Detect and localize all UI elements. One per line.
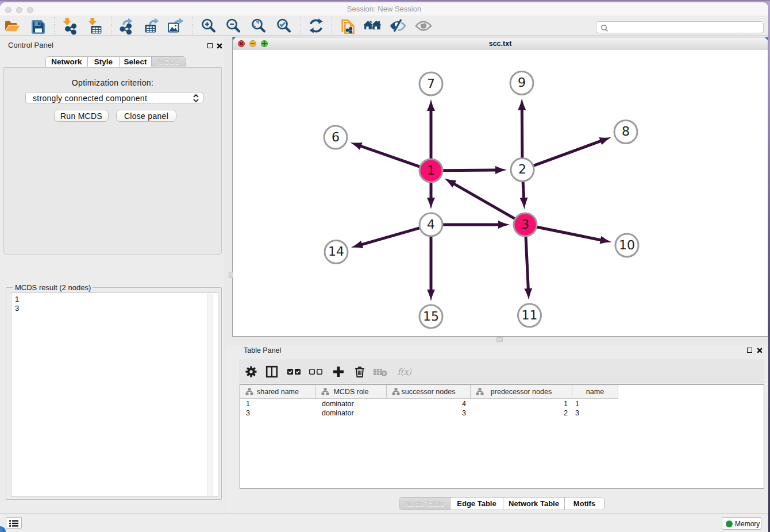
application-window: Session: New Session — [0, 2, 768, 532]
tab-node-table[interactable]: Node Table — [399, 498, 450, 510]
function-builder-icon[interactable]: f(x) — [396, 365, 411, 379]
window-title: Session: New Session — [0, 2, 768, 16]
graph-edge-2-8[interactable] — [533, 141, 602, 165]
first-neighbors-icon[interactable] — [364, 18, 381, 34]
graph-edge-1-6[interactable] — [360, 146, 420, 167]
table-cell[interactable]: 1 — [575, 399, 617, 408]
graph-edge-arrowhead — [524, 288, 532, 300]
graph-edge-arrowhead — [498, 221, 510, 229]
graph-edge-4-14[interactable] — [361, 228, 420, 245]
table-cell[interactable]: 3 — [388, 408, 466, 418]
graph-edge-3-1[interactable] — [453, 184, 515, 219]
unselect-all-columns-icon[interactable] — [309, 365, 324, 379]
delete-column-icon[interactable] — [352, 365, 367, 379]
window-resize-corner-tl[interactable] — [233, 37, 236, 40]
graph-node-label: 11 — [522, 309, 538, 323]
tab-motifs[interactable]: Motifs — [564, 498, 604, 510]
table-settings-icon[interactable] — [244, 365, 259, 379]
table-cell[interactable]: dominator — [322, 408, 386, 418]
graph-edge-1-2[interactable] — [442, 170, 496, 171]
network-canvas[interactable]: 7968124314101511 — [233, 50, 768, 336]
delete-table-icon[interactable] — [373, 365, 388, 379]
memory-button[interactable]: Memory — [722, 517, 761, 530]
import-network-icon[interactable] — [61, 18, 79, 34]
refresh-icon[interactable] — [307, 18, 325, 34]
table-cell[interactable]: 3 — [575, 408, 617, 418]
node-table[interactable]: shared nameMCDS rolesuccessor nodesprede… — [240, 384, 764, 489]
column-layout-icon[interactable] — [264, 365, 279, 379]
column-header-successor-nodes[interactable]: successor nodes — [387, 385, 471, 399]
toolbar-separator — [111, 17, 111, 34]
graph-node-label: 8 — [622, 125, 630, 139]
column-header-predecessor-nodes[interactable]: predecessor nodes — [471, 385, 572, 399]
column-header-MCDS-role[interactable]: MCDS role — [316, 385, 387, 399]
export-image-icon[interactable] — [167, 18, 184, 34]
column-header-shared-name[interactable]: shared name — [240, 385, 316, 399]
zoom-selected-icon[interactable] — [275, 18, 292, 34]
mcds-result-item[interactable]: 1 — [15, 295, 218, 304]
run-mcds-button[interactable]: Run MCDS — [54, 110, 109, 122]
save-session-icon[interactable] — [29, 18, 47, 34]
table-cell[interactable]: 1 — [472, 399, 568, 408]
control-panel-float-icon[interactable] — [207, 43, 213, 48]
mcds-result-scrollbar[interactable] — [207, 294, 213, 496]
graph-edge-2-3[interactable] — [523, 181, 524, 198]
tab-mcds[interactable]: MCDS — [151, 57, 186, 67]
criterion-dropdown[interactable]: strongly connected component — [25, 92, 203, 103]
tab-network[interactable]: Network — [46, 57, 87, 67]
table-cell[interactable]: 4 — [388, 399, 466, 408]
import-table-icon[interactable] — [86, 18, 103, 34]
open-session-icon[interactable] — [3, 18, 21, 34]
network-window-maximize-button[interactable] — [261, 40, 268, 47]
graph-node-label: 2 — [518, 163, 526, 177]
status-bar: Memory — [0, 513, 768, 532]
network-window-close-button[interactable] — [238, 40, 245, 47]
mcds-result-list[interactable]: 13 — [11, 292, 218, 497]
table-cell[interactable]: 1 — [246, 399, 315, 408]
select-all-columns-icon[interactable] — [287, 365, 302, 379]
tab-edge-table[interactable]: Edge Table — [450, 498, 503, 510]
zoom-out-icon[interactable] — [225, 18, 242, 34]
tab-network-table[interactable]: Network Table — [503, 498, 564, 510]
network-window-minimize-button[interactable] — [249, 40, 256, 47]
zoom-fit-icon[interactable] — [250, 18, 267, 34]
graph-edge-arrowhead — [351, 241, 363, 248]
graph-node-label: 14 — [328, 245, 344, 259]
toolbar-separator — [332, 17, 332, 34]
graph-edge-3-11[interactable] — [526, 236, 528, 290]
export-network-icon[interactable] — [118, 18, 136, 34]
network-window-title: scc.txt — [233, 37, 768, 50]
table-panel-close-icon[interactable] — [757, 348, 763, 353]
graph-edge-arrowhead — [600, 236, 612, 244]
control-panel-close-icon[interactable] — [217, 43, 222, 49]
control-panel-tabs: Network Style Select MCDS — [45, 56, 186, 68]
splitter-handle-horizontal[interactable] — [496, 337, 503, 342]
mcds-result-item[interactable]: 3 — [15, 304, 218, 313]
show-all-icon[interactable] — [415, 18, 432, 34]
network-window-titlebar[interactable]: scc.txt — [233, 37, 768, 51]
table-panel-title: Table Panel — [244, 346, 281, 354]
show-results-panel-button[interactable] — [6, 517, 22, 529]
table-cell[interactable]: dominator — [322, 399, 386, 408]
window-resize-corner-tr[interactable] — [765, 37, 768, 40]
graph-edge-2-9[interactable] — [522, 109, 522, 159]
splitter-handle-vertical[interactable] — [229, 272, 233, 278]
column-header-name[interactable]: name — [572, 385, 618, 399]
table-cell[interactable]: 2 — [472, 408, 568, 418]
toolbar-separator — [301, 17, 301, 34]
tab-select[interactable]: Select — [119, 57, 151, 67]
search-input[interactable] — [596, 21, 764, 33]
table-panel-float-icon[interactable] — [747, 348, 752, 353]
close-panel-button[interactable]: Close panel — [116, 110, 176, 122]
search-icon — [600, 24, 609, 32]
clone-network-icon[interactable] — [339, 18, 356, 34]
graph-node-label: 15 — [423, 310, 439, 324]
add-column-icon[interactable] — [331, 365, 346, 379]
zoom-in-icon[interactable] — [200, 18, 217, 34]
tab-style[interactable]: Style — [87, 57, 119, 67]
table-cell[interactable]: 3 — [246, 408, 315, 418]
toolbar-separator — [192, 17, 193, 34]
hide-selected-icon[interactable] — [389, 18, 406, 34]
export-table-icon[interactable] — [143, 18, 160, 34]
graph-edge-3-10[interactable] — [537, 227, 602, 240]
